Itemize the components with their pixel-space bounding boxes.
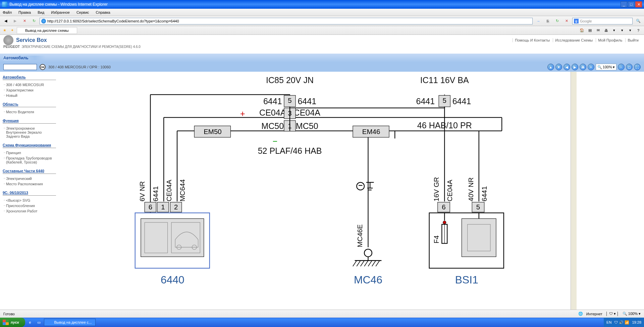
- browser-tab[interactable]: Вывод на дисплее схемы: [17, 27, 77, 34]
- search-box[interactable]: g Google: [572, 18, 633, 24]
- auto-label: Автомобиль: [3, 56, 45, 60]
- svg-text:CE04A: CE04A: [165, 180, 173, 201]
- sidebar-item[interactable]: Место Расположения: [3, 181, 56, 187]
- svg-text:6: 6: [149, 203, 152, 211]
- svg-text:6441: 6441: [480, 186, 488, 202]
- svg-line-73: [361, 261, 364, 266]
- vehicle-search-input[interactable]: [3, 64, 37, 70]
- svg-text:EM46: EM46: [362, 128, 380, 135]
- svg-point-68: [364, 249, 372, 257]
- minimize-button[interactable]: _: [621, 1, 627, 7]
- nav-left-button[interactable]: ◀: [564, 64, 570, 70]
- wiring-diagram[interactable]: IC85 20V JN IC11 16V BA 6441 6441 5 6441…: [59, 72, 571, 310]
- sidebar-title-date: 9C- 06/10/2013: [3, 191, 56, 196]
- favorites-bar-icon[interactable]: ✦: [9, 28, 15, 33]
- maximize-button[interactable]: □: [628, 1, 635, 7]
- help-icon-button[interactable]: ?: [635, 27, 642, 34]
- sidebar-item[interactable]: Электрический: [3, 176, 56, 181]
- tray-lang[interactable]: EN: [606, 320, 611, 324]
- sidebar-item[interactable]: Электрохромное Внутреннее Зеркало Заднег…: [3, 126, 56, 139]
- link-logout[interactable]: Выйти: [625, 38, 641, 42]
- menu-favorites[interactable]: Избранное: [50, 10, 71, 15]
- nav-down-button[interactable]: ▼: [555, 64, 562, 70]
- status-done: Готово: [3, 312, 15, 316]
- sidebar-title-area: Область: [3, 102, 56, 107]
- quick-ie-icon[interactable]: e: [26, 319, 34, 326]
- stop-button[interactable]: ✕: [21, 17, 28, 25]
- svg-text:MC50: MC50: [296, 121, 318, 131]
- menu-edit[interactable]: Правка: [17, 10, 32, 15]
- quick-desktop-icon[interactable]: ▭: [35, 319, 43, 326]
- tools-button[interactable]: ▾: [627, 27, 634, 34]
- taskbar-item[interactable]: Вывод на дисплее с...: [44, 319, 96, 326]
- refresh2-button[interactable]: ↻: [553, 17, 561, 25]
- menu-tools[interactable]: Сервис: [75, 10, 91, 15]
- sidebar-item[interactable]: Место Водителя: [3, 109, 56, 115]
- address-toolbar: ◀ ▶ ✕ ↻ http://127.0.0.1:6092/Sdr/select…: [0, 16, 644, 26]
- sidebar-item[interactable]: 308 / 408 MERCOSUR: [3, 82, 56, 87]
- menu-view[interactable]: Вид: [36, 10, 46, 15]
- svg-text:CE04A: CE04A: [294, 108, 321, 117]
- link-research[interactable]: Исследование Схемы: [553, 38, 595, 42]
- sidebar-title-scheme: Схема Функционирования: [3, 143, 56, 148]
- print-diagram-button[interactable]: 🖶: [580, 64, 586, 70]
- refresh-button[interactable]: ↻: [30, 17, 38, 25]
- mail-button[interactable]: ✉: [594, 27, 602, 34]
- sidebar-item[interactable]: Характеристики: [3, 87, 56, 93]
- safety-button[interactable]: ▾: [619, 27, 626, 34]
- zoom-out-button[interactable]: −: [618, 64, 625, 70]
- go-button[interactable]: →: [535, 17, 542, 25]
- feeds-button[interactable]: ▤: [586, 27, 594, 34]
- svg-text:EM50: EM50: [204, 128, 222, 135]
- page-button[interactable]: ▾: [610, 27, 618, 34]
- favorites-icon[interactable]: ★: [2, 28, 7, 33]
- svg-text:52 PLAF/46 HAB: 52 PLAF/46 HAB: [258, 146, 322, 155]
- sidebar-item[interactable]: Хронология Работ: [3, 208, 56, 214]
- zoom-select[interactable]: 🔍 100% ▾: [596, 64, 616, 70]
- start-button[interactable]: пуск: [0, 318, 25, 327]
- search-strip: OK 308 / 408 MERCOSUR / OPR : 10060 ▲ ▼ …: [0, 62, 644, 72]
- sidebar-item[interactable]: Новый: [3, 93, 56, 98]
- nav-right-button[interactable]: ▶: [572, 64, 578, 70]
- tray-clock[interactable]: 19:28: [632, 320, 641, 324]
- tab-bar: ★ ✦ Вывод на дисплее схемы 🏠 ▤ ✉ 🖶 ▾ ▾ ▾…: [0, 26, 644, 35]
- menu-file[interactable]: Файл: [1, 10, 13, 15]
- forward-button[interactable]: ▶: [11, 17, 19, 25]
- zoom-in-button[interactable]: +: [588, 64, 594, 70]
- tray-icons[interactable]: 🛡 🔊 📶: [614, 320, 629, 325]
- close-button[interactable]: ✕: [635, 1, 642, 7]
- svg-line-74: [364, 261, 368, 266]
- google-icon: g: [574, 19, 579, 23]
- link-help[interactable]: Помощь И Контакты: [513, 38, 552, 42]
- sidebar-item[interactable]: <Вьюэр> SVG: [3, 198, 56, 203]
- svg-line-72: [357, 261, 360, 266]
- sidebar-title-vehicle: Автомобиль: [3, 75, 56, 80]
- fit-button[interactable]: ◻: [626, 64, 633, 70]
- stop2-button[interactable]: ✕: [563, 17, 570, 25]
- back-button[interactable]: ◀: [2, 17, 9, 25]
- auto-bar: Автомобиль: [0, 54, 644, 62]
- compat-button[interactable]: ⎘: [544, 17, 551, 25]
- globe-icon: 🌐: [578, 312, 583, 316]
- home-button[interactable]: 🏠: [578, 27, 586, 34]
- system-tray[interactable]: EN 🛡 🔊 📶 19:28: [604, 318, 644, 327]
- sidebar-item[interactable]: Приспособления: [3, 203, 56, 208]
- address-bar[interactable]: http://127.0.0.1:6092/Sdr/selectSchemaBy…: [40, 18, 533, 24]
- fullscreen-button[interactable]: ⛶: [634, 64, 641, 70]
- svg-text:16V GR: 16V GR: [432, 177, 440, 201]
- menu-help[interactable]: Справка: [95, 10, 112, 15]
- ok-button[interactable]: OK: [40, 64, 46, 70]
- status-zoom[interactable]: 🔍 100% ▾: [623, 312, 641, 316]
- nav-up-button[interactable]: ▲: [547, 64, 554, 70]
- sidebar-item[interactable]: Принцип: [3, 150, 56, 155]
- link-profile[interactable]: Мой Профиль: [596, 38, 624, 42]
- scrollbar-vertical[interactable]: [571, 72, 577, 310]
- svg-text:5: 5: [288, 96, 291, 104]
- sidebar-item[interactable]: Прокладка Трубопроводов (Кабелей, Тросов…: [3, 155, 56, 165]
- print-button[interactable]: 🖶: [602, 27, 610, 34]
- svg-text:CE04A: CE04A: [446, 180, 453, 201]
- window-title: Вывод на дисплее схемы - Windows Interne…: [9, 2, 619, 7]
- svg-text:6441: 6441: [452, 96, 471, 106]
- task-ie-icon: [48, 320, 52, 325]
- search-button[interactable]: 🔍: [635, 17, 642, 25]
